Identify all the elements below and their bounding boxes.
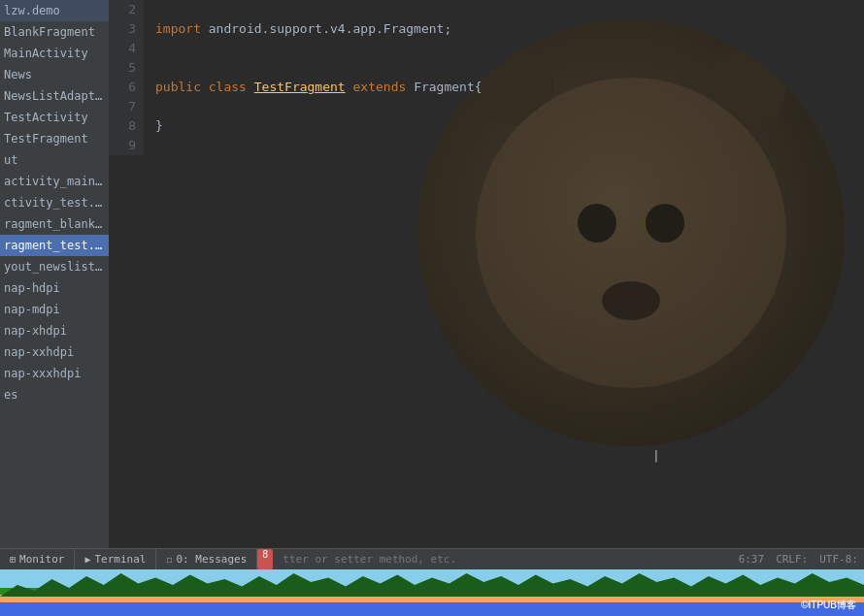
sidebar-item-news[interactable]: News [0, 64, 109, 85]
line-num-7: 7 [109, 97, 136, 116]
monitor-label: Monitor [19, 553, 64, 566]
sidebar-item-newslist-adapter[interactable]: NewsListAdapter [0, 85, 109, 107]
sidebar-item-fragment-test-xml[interactable]: ragment_test.xml [0, 235, 109, 256]
sidebar-item-activity-main-xml[interactable]: activity_main.xml [0, 171, 109, 192]
code-line-9 [155, 136, 864, 155]
sidebar-item-mipmap-hdpi[interactable]: nap-hdpi [0, 277, 109, 299]
sidebar-item-mipmap-xxxhdpi[interactable]: nap-xxxhdpi [0, 363, 109, 384]
sidebar-item-mipmap-xxhdpi[interactable]: nap-xxhdpi [0, 341, 109, 363]
status-right: 6:37 CRLF: UTF-8: [739, 553, 864, 566]
code-line-7 [155, 97, 864, 116]
messages-icon: ☐ [166, 554, 172, 565]
status-bar: ⊞ Monitor ▶ Terminal ☐ 0: Messages 8 tte… [0, 548, 864, 569]
main-area: lzw.demo BlankFragment MainActivity News… [0, 0, 864, 548]
cursor-indicator: | [652, 448, 660, 463]
line-numbers: 2 3 4 5 6 7 8 9 [109, 0, 144, 155]
line-num-8: 8 [109, 116, 136, 136]
sidebar-item-blank-fragment[interactable]: BlankFragment [0, 21, 109, 43]
encoding: UTF-8: [819, 553, 858, 566]
code-line-4 [155, 39, 864, 58]
code-line-8: } [155, 116, 864, 136]
code-lines: import android.support.v4.app.Fragment; … [144, 0, 864, 155]
code-line-5 [155, 58, 864, 78]
sidebar-item-activity-test-xml[interactable]: ctivity_test.xml [0, 192, 109, 213]
sidebar-item-lzw-demo[interactable]: lzw.demo [0, 0, 109, 21]
sidebar-item-test-fragment[interactable]: TestFragment [0, 128, 109, 149]
sidebar: lzw.demo BlankFragment MainActivity News… [0, 0, 109, 548]
sidebar-item-main-activity[interactable]: MainActivity [0, 43, 109, 64]
monitor-icon: ⊞ [10, 554, 16, 565]
sidebar-item-mipmap-xhdpi[interactable]: nap-xhdpi [0, 320, 109, 341]
watermark: ©ITPUB博客 [801, 599, 856, 612]
sidebar-item-mipmap-mdpi[interactable]: nap-mdpi [0, 299, 109, 320]
status-tabs: ⊞ Monitor ▶ Terminal ☐ 0: Messages 8 [0, 549, 273, 569]
editor-area: 2 3 4 5 6 7 8 9 import android.support.v… [109, 0, 864, 548]
sidebar-item-fragment-blank-xml[interactable]: ragment_blank.xml [0, 213, 109, 235]
status-tab-messages[interactable]: ☐ 0: Messages [156, 549, 257, 569]
line-num-5: 5 [109, 58, 136, 78]
status-tab-monitor[interactable]: ⊞ Monitor [0, 549, 75, 569]
code-line-6: public class TestFragment extends Fragme… [155, 78, 864, 97]
line-num-2: 2 [109, 0, 136, 19]
sidebar-item-layout-newslist-item-xml[interactable]: yout_newslist_item.xml [0, 256, 109, 277]
line-ending: CRLF: [776, 553, 808, 566]
line-num-6: 6 [109, 78, 136, 97]
line-num-3: 3 [109, 19, 136, 39]
cursor-position: 6:37 [739, 553, 765, 566]
code-content: 2 3 4 5 6 7 8 9 import android.support.v… [109, 0, 864, 155]
terminal-label: Terminal [94, 553, 146, 566]
status-tab-terminal[interactable]: ▶ Terminal [75, 549, 156, 569]
code-editor[interactable]: 2 3 4 5 6 7 8 9 import android.support.v… [109, 0, 864, 548]
code-line-2 [155, 0, 864, 19]
trees-silhouette [0, 569, 864, 597]
code-line-3: import android.support.v4.app.Fragment; [155, 19, 864, 39]
sidebar-item-out[interactable]: ut [0, 149, 109, 171]
status-hint: tter or setter method, etc. [273, 553, 738, 566]
error-badge: 8 [257, 549, 273, 569]
line-num-4: 4 [109, 39, 136, 58]
sidebar-item-es[interactable]: es [0, 384, 109, 405]
beach-strip: ©ITPUB博客 [0, 569, 864, 616]
line-num-9: 9 [109, 136, 136, 155]
terminal-icon: ▶ [84, 554, 90, 565]
messages-label: 0: Messages [176, 553, 247, 566]
sidebar-item-test-activity[interactable]: TestActivity [0, 107, 109, 128]
